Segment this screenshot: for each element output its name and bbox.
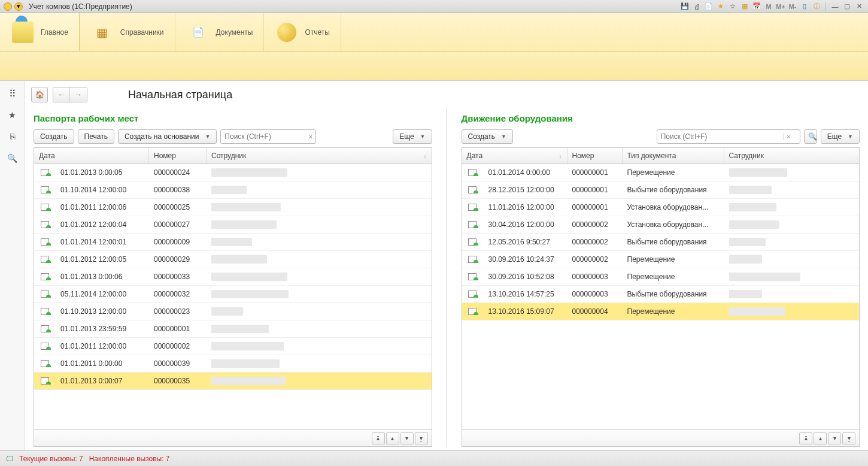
tab-directories[interactable]: ▦ Справачники	[80, 13, 175, 51]
clear-search-button[interactable]: ×	[305, 133, 315, 140]
cell-type: Перемещение	[623, 273, 724, 281]
doc-icon[interactable]: 📄	[703, 2, 714, 11]
cell-date: 30.09.2016 10:24:37	[484, 255, 567, 264]
cell-date: 01.01.2014 0:00:00	[484, 168, 567, 177]
table-row[interactable]: 13.10.2016 14:57:25000000003Выбытие обор…	[462, 286, 860, 303]
star-icon[interactable]: ★	[6, 108, 19, 122]
page-first-button[interactable]: ▴̄	[372, 432, 385, 444]
page-last-button[interactable]: ▾̱	[415, 432, 428, 444]
cell-type: Перемещение	[623, 307, 724, 316]
calculator-icon[interactable]: ▦	[739, 2, 750, 11]
create-button[interactable]: Создать	[34, 129, 74, 144]
print-icon[interactable]: 🖨	[691, 2, 702, 11]
table-row[interactable]: 05.11.2014 12:00:00000000032	[34, 286, 432, 303]
table-row[interactable]: 30.09.2016 10:24:37000000002Перемещение	[462, 251, 860, 268]
search-input[interactable]	[657, 132, 783, 141]
col-date[interactable]: Дата↓	[462, 148, 567, 164]
page-down-button[interactable]: ▾	[400, 432, 414, 444]
dropdown-icon[interactable]: ▾	[14, 2, 23, 11]
table-row[interactable]: 01.01.2013 0:00:05000000024	[34, 164, 432, 181]
tab-home[interactable]: Главное	[0, 13, 80, 51]
table-row[interactable]: 01.01.2011 12:00:06000000025	[34, 199, 432, 216]
document-check-icon	[468, 221, 477, 228]
favorite-icon[interactable]: ★	[715, 2, 726, 11]
star-outline-icon[interactable]: ☆	[727, 2, 738, 11]
more-button[interactable]: Еще▼	[393, 129, 432, 144]
col-date[interactable]: Дата	[34, 148, 149, 164]
table-row[interactable]: 01.01.2013 0:00:06000000033	[34, 268, 432, 286]
table-row[interactable]: 01.01.2013 0:00:07000000035	[34, 373, 432, 390]
cell-employee	[207, 238, 432, 246]
table-row[interactable]: 01.01.2012 12:00:04000000027	[34, 216, 432, 234]
table-row[interactable]: 01.01.2014 0:00:00000000001Перемещение	[462, 164, 860, 181]
search-icon[interactable]: 🔍	[6, 152, 19, 165]
cell-employee	[207, 255, 432, 264]
table-row[interactable]: 01.10.2014 12:00:00000000038	[34, 181, 432, 199]
forward-button[interactable]: →	[70, 87, 87, 102]
document-check-icon	[41, 169, 49, 176]
table-row[interactable]: 01.01.2013 23:59:59000000001	[34, 320, 432, 338]
tab-reports[interactable]: Отчеты	[264, 13, 341, 51]
search-box[interactable]: ×	[657, 129, 800, 144]
search-box[interactable]: ×	[220, 129, 316, 144]
row-icon	[34, 273, 56, 280]
pane-passports: Паспорта рабочих мест Создать Печать Соз…	[31, 108, 435, 447]
tab-label: Отчеты	[305, 28, 329, 37]
cell-number: 000000035	[149, 377, 207, 385]
col-type[interactable]: Тип документа	[623, 148, 724, 164]
cell-number: 000000024	[149, 168, 207, 177]
cell-employee	[724, 186, 860, 194]
cell-employee	[724, 220, 860, 229]
page-up-button[interactable]: ▴	[386, 432, 399, 444]
create-from-button[interactable]: Создать на основании▼	[118, 129, 217, 144]
cell-number: 000000009	[149, 238, 207, 246]
close-button[interactable]: ✕	[854, 2, 864, 11]
clear-search-button[interactable]: ×	[783, 133, 794, 140]
table-row[interactable]: 28.12.2015 12:00:00000000001Выбытие обор…	[462, 181, 860, 199]
row-icon	[462, 291, 484, 298]
create-button[interactable]: Создать▼	[462, 129, 514, 144]
memory-mminus-button[interactable]: M-	[787, 2, 798, 11]
table-row[interactable]: 30.09.2016 10:52:08000000003Перемещение	[462, 268, 860, 286]
table-row[interactable]: 01.10.2013 12:00:00000000023	[34, 303, 432, 320]
page-up-button[interactable]: ▴	[814, 432, 827, 444]
apps-icon[interactable]: ⠿	[6, 87, 19, 100]
table-row[interactable]: 01.01.2011 0:00:00000000039	[34, 355, 432, 373]
table-row[interactable]: 12.05.2016 9:50:27000000002Выбытие обору…	[462, 234, 860, 251]
more-button[interactable]: Еще▼	[821, 129, 860, 144]
back-button[interactable]: ←	[53, 87, 70, 102]
col-number[interactable]: Номер	[567, 148, 623, 164]
table-row[interactable]: 01.01.2014 12:00:01000000009	[34, 234, 432, 251]
page-down-button[interactable]: ▾	[828, 432, 841, 444]
panel-icon[interactable]: ▯	[799, 2, 810, 11]
row-icon	[462, 238, 484, 246]
tab-documents[interactable]: 📄 Документы	[175, 13, 265, 51]
table-row[interactable]: 30.04.2016 12:00:00000000002Установка об…	[462, 216, 860, 234]
save-icon[interactable]: 💾	[679, 2, 690, 11]
col-employee[interactable]: Сатрудник	[724, 148, 860, 164]
cell-employee	[724, 307, 860, 316]
table-row[interactable]: 01.01.2012 12:00:05000000029	[34, 251, 432, 268]
search-input[interactable]	[221, 132, 305, 141]
memory-m-button[interactable]: M	[763, 2, 774, 11]
info-icon[interactable]: ⓘ	[811, 2, 822, 11]
cell-number: 000000001	[567, 168, 623, 177]
print-button[interactable]: Печать	[78, 129, 114, 144]
table-row[interactable]: 11.01.2016 12:00:00000000001Установка об…	[462, 199, 860, 216]
col-number[interactable]: Номер	[149, 148, 207, 164]
calendar-icon[interactable]: 📅	[751, 2, 762, 11]
table-row[interactable]: 13.10.2016 15:09:07000000004Перемещение	[462, 303, 860, 320]
page-first-button[interactable]: ▴̄	[799, 432, 812, 444]
clipboard-icon[interactable]: ⎘	[6, 130, 19, 143]
page-last-button[interactable]: ▾̱	[842, 432, 855, 444]
maximize-button[interactable]: ▢	[842, 2, 852, 11]
home-button[interactable]: 🏠	[31, 87, 48, 102]
table-row[interactable]: 01.01.2011 12:00:00000000002	[34, 338, 432, 355]
memory-mplus-button[interactable]: M+	[775, 2, 786, 11]
main-tabs: Главное ▦ Справачники 📄 Документы Отчеты	[0, 13, 868, 52]
minimize-button[interactable]: —	[830, 2, 840, 11]
col-employee[interactable]: Сотрудник↓	[207, 148, 432, 164]
cell-employee	[207, 168, 432, 177]
search-button[interactable]: 🔍▼	[804, 129, 817, 144]
connection-icon: 🖵	[6, 455, 13, 463]
